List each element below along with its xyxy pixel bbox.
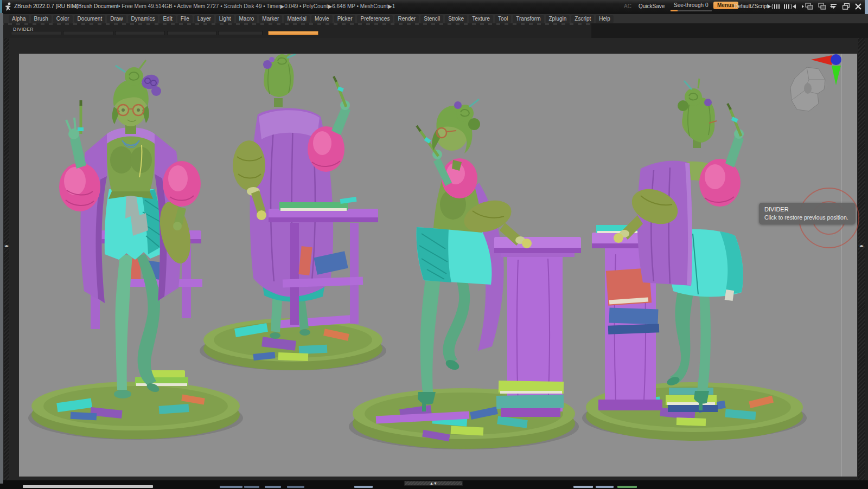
window-left-edge xyxy=(0,13,3,484)
menu-texture[interactable]: Texture xyxy=(469,15,493,23)
menu-macro[interactable]: Macro xyxy=(236,15,258,23)
sculpture-view-back-three-quarter xyxy=(582,79,807,441)
tray-segment[interactable] xyxy=(11,31,61,35)
menu-color[interactable]: Color xyxy=(53,15,73,23)
menu-dynamics[interactable]: Dynamics xyxy=(128,15,158,23)
camera-head-icon[interactable] xyxy=(778,54,857,116)
bottom-bar: ▲▼ xyxy=(0,480,868,489)
canvas-frame: ◂▸ ◂▸ xyxy=(3,38,865,480)
status-readout: • Free Mem 49.514GB • Active Mem 2727 • … xyxy=(118,3,395,9)
tray-right-area xyxy=(591,23,868,38)
window-edge-accent xyxy=(0,0,2,13)
bottom-tray-segment[interactable] xyxy=(354,486,373,488)
ac-button[interactable]: AC xyxy=(624,3,631,9)
menu-layer[interactable]: Layer xyxy=(194,15,214,23)
menu-light[interactable]: Light xyxy=(216,15,234,23)
document-title: ZBrush Document xyxy=(75,3,119,9)
menu-preferences[interactable]: Preferences xyxy=(357,15,393,23)
menubar: AlphaBrushColorDocumentDrawDynamicsEditF… xyxy=(0,13,868,23)
bottom-tray-segment[interactable] xyxy=(573,486,593,488)
document-edge-line xyxy=(841,54,842,477)
menu-render[interactable]: Render xyxy=(394,15,419,23)
menu-edit[interactable]: Edit xyxy=(159,15,175,23)
menu-transform[interactable]: Transform xyxy=(513,15,544,23)
see-through-slider-fill xyxy=(671,10,678,11)
minimize-icon[interactable] xyxy=(830,4,837,9)
sculpture-view-side xyxy=(349,99,581,449)
tooltip-title: DIVIDER xyxy=(764,206,850,213)
sculpture-view-front xyxy=(28,60,243,440)
menu-help[interactable]: Help xyxy=(596,15,614,23)
tooltip-body: Click to restore previous position. xyxy=(764,214,850,221)
bottom-tray-segment[interactable] xyxy=(265,486,281,488)
menu-zplugin[interactable]: Zplugin xyxy=(546,15,570,23)
tray-strip: DIVIDER xyxy=(0,23,868,38)
bottom-scrollbar-thumb[interactable] xyxy=(23,485,153,488)
bottom-tray-segment[interactable] xyxy=(596,486,614,488)
tray-segment[interactable] xyxy=(167,31,216,35)
menu-stencil[interactable]: Stencil xyxy=(420,15,443,23)
menu-brush[interactable]: Brush xyxy=(31,15,52,23)
menu-movie[interactable]: Movie xyxy=(311,15,333,23)
tray-segment[interactable] xyxy=(63,31,113,35)
menu-file[interactable]: File xyxy=(177,15,193,23)
quicksave-button[interactable]: QuickSave xyxy=(639,3,665,9)
cycle-windows-left-icon[interactable] xyxy=(802,3,816,10)
left-divider-arrows-icon: ◂▸ xyxy=(4,244,9,248)
tray-tick-row xyxy=(0,23,591,25)
window-corner-accent xyxy=(865,0,868,14)
menu-material[interactable]: Material xyxy=(284,15,310,23)
bottom-tray-segment[interactable] xyxy=(244,486,259,488)
bottom-divider-handle[interactable]: ▲▼ xyxy=(404,481,463,486)
bottom-tray-segment[interactable] xyxy=(220,486,242,488)
slider-collapse-left-icon[interactable] xyxy=(768,3,781,10)
see-through-value: 0 xyxy=(705,2,709,8)
zbrush-logo-icon xyxy=(3,2,13,11)
title-bar: ZBrush 2022.0.7 [RU BIM] ZBrush Document… xyxy=(0,0,868,14)
document-canvas[interactable] xyxy=(19,54,857,477)
default-zscript-button[interactable]: DefaultZScript xyxy=(734,3,768,9)
restore-window-icon[interactable] xyxy=(843,3,850,10)
tray-segment[interactable] xyxy=(218,31,263,35)
see-through-label: See-through xyxy=(674,2,704,8)
menu-picker[interactable]: Picker xyxy=(334,15,356,23)
menu-stroke[interactable]: Stroke xyxy=(445,15,467,23)
menu-marker[interactable]: Marker xyxy=(259,15,282,23)
see-through-slider[interactable] xyxy=(671,10,712,11)
divider-tooltip: DIVIDER Click to restore previous positi… xyxy=(759,203,856,224)
app-title: ZBrush 2022.0.7 [RU BIM] xyxy=(14,3,78,9)
bottom-tray-segment-green[interactable] xyxy=(617,486,637,488)
menu-tool[interactable]: Tool xyxy=(495,15,511,23)
close-icon[interactable] xyxy=(855,3,861,10)
left-tray-divider[interactable]: ◂▸ xyxy=(4,38,9,480)
slider-collapse-right-icon[interactable] xyxy=(783,3,796,10)
sculpture-view-back xyxy=(200,54,386,370)
bottom-tray-segment[interactable] xyxy=(287,486,304,488)
menu-document[interactable]: Document xyxy=(74,15,106,23)
tray-segment-active[interactable] xyxy=(268,31,318,35)
sculpt-turnaround-render xyxy=(19,54,857,477)
tray-segment[interactable] xyxy=(115,31,165,35)
menu-alpha[interactable]: Alpha xyxy=(9,15,29,23)
menu-draw[interactable]: Draw xyxy=(107,15,126,23)
menu-zscript[interactable]: Zscript xyxy=(571,15,594,23)
